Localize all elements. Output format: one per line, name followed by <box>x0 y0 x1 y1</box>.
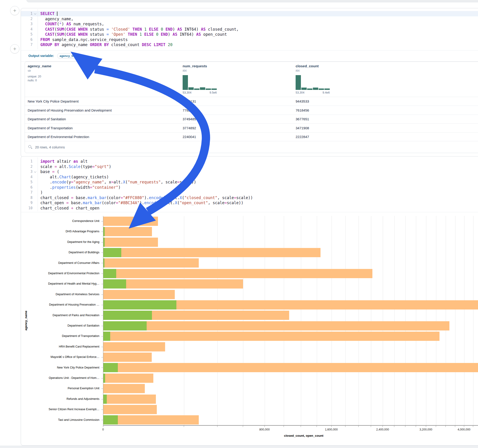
y-tick <box>101 263 103 263</box>
y-axis-label: Department of Sanitation <box>21 321 99 331</box>
bar-open_count <box>103 258 104 268</box>
add-cell-button-top[interactable]: + <box>10 6 19 15</box>
code-line[interactable]: 1import altair as alt <box>21 159 478 164</box>
x-tick <box>473 426 473 427</box>
y-axis-label: Department of Housing Preservation … <box>21 300 99 310</box>
bar-open_count <box>103 238 105 247</box>
code-line[interactable]: 2scale = alt.Scale(type="sqrt") <box>21 164 478 169</box>
code-line[interactable]: 5 .encode(y="agency_name", x=alt.X("num_… <box>21 180 478 185</box>
x-tick <box>284 426 284 427</box>
histogram-bar <box>296 75 301 90</box>
line-number: 9 <box>21 200 32 205</box>
code-line[interactable]: 1SELECT <box>21 11 478 16</box>
code-line[interactable]: 8chart_closed = base.mark_bar(color="#FF… <box>21 195 478 200</box>
x-axis-label: 2,400,000 <box>376 428 389 431</box>
bar-closed_count <box>103 373 153 383</box>
code-line[interactable]: 3base = ( <box>21 169 478 174</box>
code-text: chart_open = base.mark_bar(color="#8BC34… <box>38 200 243 205</box>
python-code-editor[interactable]: 1import altair as alt2scale = alt.Scale(… <box>21 156 478 212</box>
python-code-lines: 1import altair as alt2scale = alt.Scale(… <box>21 159 478 211</box>
table-cell: Department of Transportation <box>28 126 73 130</box>
code-line[interactable]: 6FROM sample_data.nyc.service_requests <box>21 37 478 42</box>
y-axis-label: New York City Police Department <box>21 362 99 373</box>
bar-closed_count <box>103 363 478 372</box>
gridline <box>416 216 416 425</box>
bar-closed_count <box>103 269 372 278</box>
output-variable-pill[interactable]: agency_tickets <box>57 53 80 59</box>
y-axis-label: Senior Citizen Rent Increase Exempti… <box>21 404 99 415</box>
sql-code-editor[interactable]: 1SELECT 2 agency_name,3 COUNT(*) AS num_… <box>21 8 478 50</box>
add-cell-button-output[interactable]: + <box>10 44 19 53</box>
line-number: 8 <box>21 195 32 200</box>
result-table-body: New York City Police Department945313194… <box>25 97 478 141</box>
code-text: CAST(SUM(CASE WHEN status = 'Closed' THE… <box>38 27 239 32</box>
code-line[interactable]: 10chart_closed + chart_open <box>21 205 478 211</box>
code-line[interactable]: 7) <box>21 190 478 195</box>
x-tick <box>358 426 358 427</box>
y-tick <box>101 389 103 389</box>
gridline <box>446 216 446 425</box>
code-line[interactable]: 3 COUNT(*) AS num_requests, <box>21 21 478 27</box>
chart-y-labels: Correspondence UnitDHS Advantage Program… <box>21 216 99 425</box>
y-tick <box>101 315 103 316</box>
code-line[interactable]: 5 CAST(SUM(CASE WHEN status = 'Open' THE… <box>21 32 478 37</box>
bar-open_count <box>103 311 152 320</box>
fold-chevron-icon[interactable] <box>34 13 36 14</box>
line-number: 7 <box>21 190 32 195</box>
y-axis-label: Department of Buildings <box>21 247 99 258</box>
search-icon[interactable] <box>28 145 32 149</box>
y-axis-label: Department of Health and Mental Hyg… <box>21 279 99 289</box>
code-text: import altair as alt <box>38 159 88 164</box>
x-tick <box>317 426 317 427</box>
y-tick <box>101 399 103 399</box>
column-name: agency_name <box>28 64 51 68</box>
y-axis-label: Operations Unit - Department of Hom… <box>21 373 99 383</box>
result-table[interactable]: agency_name str unique: 20 nulls: 0 num_… <box>25 62 478 153</box>
code-text: scale = alt.Scale(type="sqrt") <box>38 164 111 169</box>
column-header-num-requests: num_requests i64 53,3049.5e6 <box>183 64 217 94</box>
x-tick <box>455 426 455 427</box>
code-text: alt.Chart(agency_tickets) <box>38 174 109 180</box>
table-cell: 9443533 <box>296 99 309 103</box>
code-line[interactable]: 7GROUP BY agency_name ORDER BY closed_co… <box>21 42 478 48</box>
y-tick <box>101 357 103 357</box>
y-axis-label: Personal Exemption Unit <box>21 383 99 394</box>
table-cell: 9453131 <box>183 99 196 103</box>
y-axis-label: HRA Benefit Card Replacement <box>21 342 99 352</box>
bar-open_count <box>103 321 147 330</box>
x-tick <box>446 426 446 427</box>
x-tick <box>426 426 426 427</box>
bar-open_count <box>103 373 105 383</box>
table-cell: 7618456 <box>296 108 309 112</box>
result-table-header: agency_name str unique: 20 nulls: 0 num_… <box>25 62 478 97</box>
x-axis-label: 3,200,000 <box>419 428 432 431</box>
x-tick <box>416 426 416 427</box>
y-tick <box>101 347 103 347</box>
table-cell: Department of Sanitation <box>28 117 66 121</box>
histogram-bar <box>189 87 194 90</box>
fold-chevron-icon[interactable] <box>34 171 36 173</box>
y-axis-label: Correspondence Unit <box>21 216 99 226</box>
line-number: 4 <box>21 27 32 32</box>
y-axis-label: Department of Homeless Services <box>21 289 99 300</box>
code-line[interactable]: 9chart_open = base.mark_bar(color="#8BC3… <box>21 200 478 205</box>
code-line[interactable]: 6 .properties(width="container") <box>21 185 478 190</box>
line-number: 6 <box>21 185 32 190</box>
x-tick <box>243 426 243 427</box>
histogram-bar <box>319 88 324 90</box>
gridline <box>455 216 455 425</box>
chart-output: agency_name Correspondence UnitDHS Advan… <box>21 212 478 445</box>
bar-closed_count <box>103 227 152 236</box>
column-stats: unique: 20 nulls: 0 <box>28 75 51 82</box>
y-tick <box>101 284 103 284</box>
chart-x-axis-line <box>103 425 478 426</box>
code-line[interactable]: 4 alt.Chart(agency_tickets) <box>21 174 478 180</box>
x-tick <box>331 426 332 427</box>
x-tick <box>394 426 394 427</box>
column-name: closed_count <box>296 64 330 68</box>
code-line[interactable]: 4 CAST(SUM(CASE WHEN status = 'Closed' T… <box>21 27 478 32</box>
code-line[interactable]: 2 agency_name, <box>21 16 478 22</box>
y-axis-label: Department of Parks and Recreation <box>21 310 99 321</box>
y-tick <box>101 336 103 336</box>
histogram-bar <box>301 87 307 90</box>
